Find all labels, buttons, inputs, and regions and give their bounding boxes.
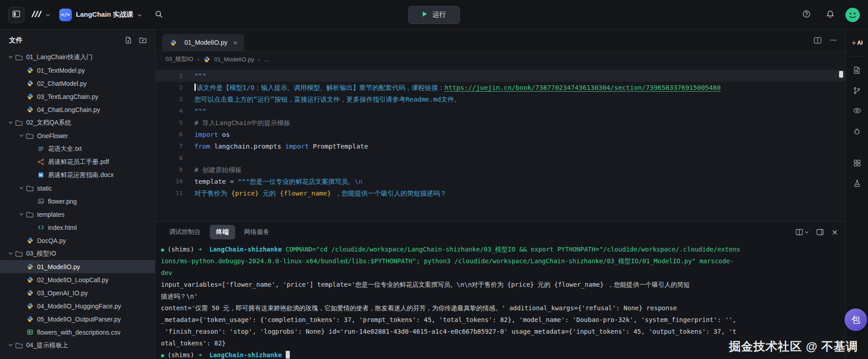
avatar[interactable] [845, 8, 860, 22]
app-root: </> LangChain 实战课 运行 [0, 0, 868, 359]
file-item[interactable]: 04_ChatLongChain.py [0, 103, 155, 116]
close-panel-icon[interactable] [831, 229, 838, 236]
floating-assistant-button[interactable]: 包 [844, 308, 867, 331]
file-item[interactable]: 易速鲜花运营指南.docx [0, 168, 155, 182]
more-actions-icon[interactable] [829, 36, 837, 44]
workspace-switcher[interactable]: </> LangChain 实战课 [56, 6, 146, 23]
text-segment: template [194, 178, 226, 185]
text-cursor [194, 84, 196, 91]
tree-item-label: templates [37, 211, 65, 218]
text-segment: import [285, 143, 309, 150]
breadcrumb-item[interactable]: 01_ModelIO.py [214, 56, 254, 63]
terminal-line: ions/ms-python.debugpy-2024.0.0-linux-x6… [161, 255, 845, 267]
notifications-button[interactable] [822, 7, 838, 23]
code-content: template = """您是一位专业的鲜花店文案撰写员。\n [183, 176, 363, 187]
chevron-down-icon[interactable] [6, 342, 14, 348]
file-item[interactable]: 02_ChatModel.py [0, 77, 155, 90]
text-segment: LangChain-shizhanke [209, 246, 286, 253]
tree-item-label: 04_ChatLongChain.py [37, 106, 100, 113]
ai-assistant-button[interactable]: AI [848, 35, 866, 51]
file-item[interactable]: DocQA.py [0, 234, 155, 247]
git-branch-icon[interactable] [849, 82, 866, 98]
text-segment: _metadata={'token_usage': {'completion_t… [161, 316, 736, 323]
breadcrumb-item[interactable]: 03_模型IO [165, 55, 193, 63]
text-segment: COMMAND="cd /cloudide/workspace/LangChai… [286, 246, 741, 253]
chevron-down-icon[interactable] [6, 54, 14, 60]
py-file-icon [25, 106, 34, 113]
chevron-down-icon [137, 11, 142, 19]
extensions-grid-icon[interactable] [849, 155, 866, 171]
tree-item-label: OneFlower [37, 132, 68, 140]
folder-item[interactable]: OneFlower [0, 129, 155, 142]
text-segment: """您是一位专业的鲜花店文案撰写员。 [238, 178, 354, 185]
folder-item[interactable]: 03_模型IO [0, 247, 155, 260]
chevron-down-icon[interactable] [6, 251, 14, 256]
file-item[interactable]: 易速鲜花员工手册.pdf [0, 155, 155, 168]
tree-item-label: 花语大全.txt [48, 145, 82, 153]
breadcrumb-item[interactable]: … [264, 56, 270, 63]
text-segment: 描述吗？\n' [161, 293, 198, 300]
code-content [183, 152, 194, 164]
file-item[interactable]: index.html [0, 221, 155, 234]
file-item[interactable]: 01_ModelIO.py [0, 260, 155, 273]
chevron-down-icon[interactable] [6, 120, 14, 126]
test-flask-icon[interactable] [849, 175, 866, 191]
code-line: 4""" [156, 105, 845, 117]
file-item[interactable]: 花语大全.txt [0, 142, 155, 155]
terminal-tab[interactable]: 终端 [210, 225, 235, 239]
tree-item-label: 03_OpenAI_IO.py [37, 289, 88, 297]
folder-item[interactable]: 04_提示模板上 [0, 339, 155, 352]
file-item[interactable]: 03_TextLangChain.py [0, 90, 155, 103]
preview-eye-icon[interactable] [849, 103, 866, 119]
brand-menu[interactable] [30, 9, 50, 20]
search-button[interactable] [151, 7, 167, 23]
topbar-right [798, 7, 860, 23]
folder-item[interactable]: 02_文档QA系统 [0, 116, 155, 129]
debug-bug-icon[interactable] [849, 123, 866, 139]
terminal-tab[interactable]: 调试控制台 [163, 225, 207, 239]
file-item[interactable]: flower.png [0, 195, 155, 208]
text-segment: """ [194, 107, 206, 115]
tree-item-label: 05_ModelIO_OutputParser.py [37, 316, 121, 323]
text-segment: import [194, 131, 218, 138]
text-segment: # 导入LangChain中的提示模板 [194, 119, 290, 126]
terminal-output[interactable]: ● (shims) ➜ LangChain-shizhanke COMMAND=… [156, 242, 845, 359]
new-file-icon[interactable] [124, 36, 132, 44]
file-item[interactable]: 04_ModelIO_HuggingFace.py [0, 299, 155, 312]
terminal-actions [795, 228, 838, 236]
run-button[interactable]: 运行 [408, 6, 460, 24]
file-item[interactable]: 05_ModelIO_OutputParser.py [0, 312, 155, 326]
text-segment: from [194, 143, 210, 150]
tree-item-label: 04_提示模板上 [26, 341, 68, 350]
file-item[interactable]: 02_ModelIO_LoopCall.py [0, 273, 155, 286]
editor-tab-active[interactable]: 01_ModelIO.py × [162, 34, 244, 51]
chevron-down-icon[interactable] [17, 185, 25, 191]
help-button[interactable] [798, 7, 815, 23]
file-search-icon[interactable] [849, 62, 866, 78]
maximize-panel-icon[interactable] [816, 228, 824, 236]
file-item[interactable]: flowers_with_descriptions.csv [0, 326, 155, 339]
text-segment: 'finish_reason': 'stop', 'logprobs': Non… [161, 328, 736, 335]
chevron-down-icon[interactable] [17, 211, 25, 217]
divider [851, 56, 863, 56]
text-segment: = [226, 178, 238, 185]
terminal-tab[interactable]: 网络服务 [238, 225, 276, 239]
chevron-down-icon[interactable] [17, 133, 25, 139]
editor-scrollbar-thumb[interactable] [839, 71, 843, 78]
folder-item[interactable]: static [0, 182, 155, 195]
brand-logo-icon [30, 9, 43, 20]
folder-item[interactable]: templates [0, 208, 155, 221]
split-editor-icon[interactable] [813, 36, 822, 45]
panel-toggle-button[interactable] [8, 7, 24, 23]
close-tab-icon[interactable]: × [233, 39, 237, 47]
file-item[interactable]: 01_TextModel.py [0, 64, 155, 77]
folder-item[interactable]: 01_LangChain快速入门 [0, 51, 155, 64]
code-editor[interactable]: 1"""2该文件是【模型I/O：输入提示、调用模型、解析输出】章节的配套代码，课… [156, 67, 845, 221]
line-number: 1 [156, 70, 183, 82]
py-file-icon [25, 276, 34, 283]
breadcrumb[interactable]: 03_模型IO›01_ModelIO.py›… [156, 51, 845, 67]
workspace-code-icon: </> [59, 9, 72, 21]
new-folder-icon[interactable] [139, 36, 147, 44]
file-item[interactable]: 03_OpenAI_IO.py [0, 286, 155, 299]
split-terminal-icon[interactable] [795, 228, 809, 236]
